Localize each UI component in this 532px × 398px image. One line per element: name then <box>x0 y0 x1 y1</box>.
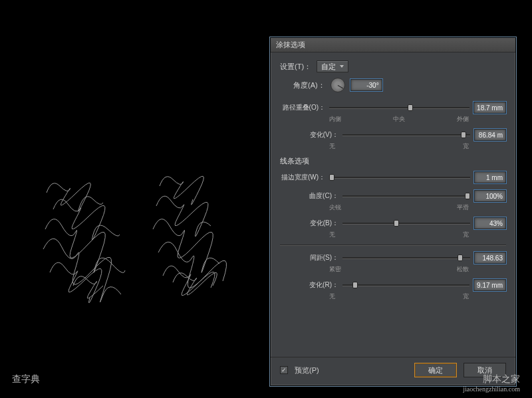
stroke-width-input[interactable]: 1 mm <box>474 171 506 183</box>
watermark-left: 查字典 <box>12 373 40 393</box>
slider-min-label: 内侧 <box>329 115 341 124</box>
settings-value: 自定 <box>321 62 336 72</box>
settings-dropdown[interactable]: 自定 <box>317 60 348 72</box>
spacing-slider[interactable] <box>342 253 470 262</box>
path-overlap-input[interactable]: 18.7 mm <box>473 102 506 114</box>
squiggle-artwork <box>40 166 259 306</box>
dialog-title: 涂抹选项 <box>276 41 305 49</box>
slider-mid-label: 中央 <box>393 115 405 124</box>
chevron-down-icon <box>340 65 344 68</box>
slider-min-label: 无 <box>329 142 335 151</box>
variation1-label: 变化(V)： <box>293 130 338 140</box>
dialog-titlebar[interactable]: 涂抹选项 <box>271 38 515 52</box>
curve-slider[interactable] <box>342 191 470 201</box>
scribble-options-dialog: 涂抹选项 设置(T)： 自定 角度(A)： -30° 路径重叠(O)： <box>270 37 516 386</box>
variation3-input[interactable]: 9.17 mm <box>473 279 506 291</box>
slider-min-label: 无 <box>329 231 335 239</box>
stroke-width-slider[interactable] <box>329 173 470 182</box>
variation1-input[interactable]: 86.84 m <box>474 129 506 141</box>
curve-input[interactable]: 100% <box>474 190 506 202</box>
variation3-slider[interactable] <box>342 280 469 290</box>
variation2-input[interactable]: 43% <box>474 217 506 229</box>
watermark-right: 脚本之家 jiaochengzhilian.com <box>463 373 520 393</box>
spacing-label: 间距(S)： <box>293 253 338 262</box>
slider-max-label: 松散 <box>457 265 469 274</box>
canvas: 涂抹选项 设置(T)： 自定 角度(A)： -30° 路径重叠(O)： <box>0 0 532 398</box>
stroke-width-label: 描边宽度(W)： <box>280 173 325 182</box>
spacing-input[interactable]: 148.63 <box>474 252 506 264</box>
slider-max-label: 宽 <box>463 231 469 239</box>
divider <box>280 245 506 245</box>
settings-label: 设置(T)： <box>280 62 311 72</box>
slider-max-label: 外侧 <box>457 115 469 124</box>
path-overlap-slider[interactable] <box>329 103 469 112</box>
slider-min-label: 尖锐 <box>329 203 341 212</box>
variation2-label: 变化(B)： <box>293 219 338 228</box>
angle-label: 角度(A)： <box>293 80 325 90</box>
slider-max-label: 平滑 <box>457 203 469 212</box>
angle-input[interactable]: -30° <box>350 79 382 91</box>
line-options-section: 线条选项 <box>280 156 506 166</box>
watermarks: 查字典 脚本之家 jiaochengzhilian.com <box>0 373 532 393</box>
curve-label: 曲度(C)： <box>293 191 338 201</box>
slider-max-label: 宽 <box>463 292 469 301</box>
variation2-slider[interactable] <box>342 219 470 228</box>
slider-max-label: 宽 <box>463 142 469 151</box>
slider-min-label: 紧密 <box>329 265 341 274</box>
variation3-label: 变化(R)： <box>293 280 338 290</box>
path-overlap-label: 路径重叠(O)： <box>280 103 325 112</box>
slider-min-label: 无 <box>329 292 335 301</box>
variation1-slider[interactable] <box>342 130 470 140</box>
dialog-body: 设置(T)： 自定 角度(A)： -30° 路径重叠(O)： 18.7 mm <box>271 52 515 357</box>
angle-dial[interactable] <box>331 78 345 92</box>
